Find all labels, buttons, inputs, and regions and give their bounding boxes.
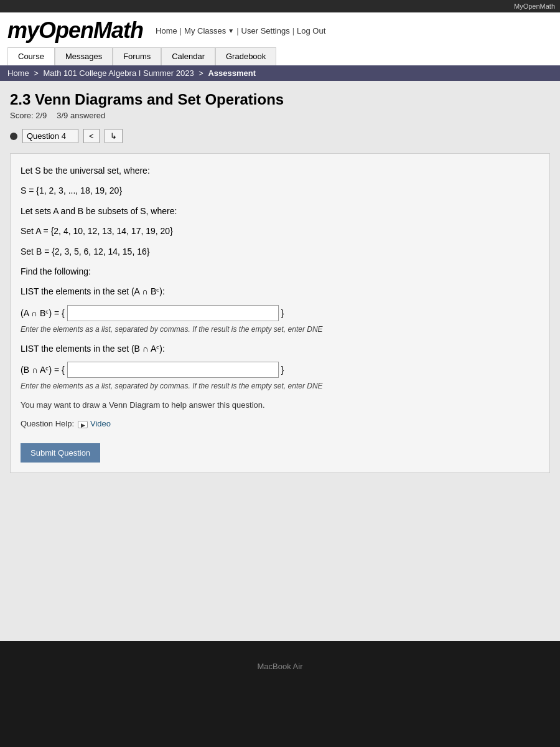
main-content: 2.3 Venn Diagrams and Set Operations Sco… xyxy=(0,81,560,641)
input2-suffix: } xyxy=(281,363,284,377)
input1-prefix: (A ∩ Bᶜ) = { xyxy=(21,306,65,320)
prev-question-button[interactable]: < xyxy=(83,129,100,143)
score-row: Score: 2/9 3/9 answered xyxy=(10,111,550,120)
list1-instruction: LIST the elements in the set (A ∩ Bᶜ): xyxy=(21,284,539,298)
submit-question-button[interactable]: Submit Question xyxy=(21,443,100,463)
tab-forums-label: Forums xyxy=(123,52,151,61)
logo-my: my xyxy=(7,17,39,43)
video-label: Video xyxy=(90,418,111,431)
venn-hint-text: You may want to draw a Venn Diagram to h… xyxy=(21,399,539,412)
tab-calendar[interactable]: Calendar xyxy=(161,47,215,65)
next-question-button[interactable]: ↳ xyxy=(105,129,123,143)
my-classes-link[interactable]: My Classes ▼ xyxy=(184,26,234,35)
tab-gradebook[interactable]: Gradebook xyxy=(215,47,276,65)
breadcrumb-current: Assessment xyxy=(208,68,256,78)
question-text-1: Let S be the universal set, where: xyxy=(21,166,150,176)
title-row: myOpenMath Home | My Classes ▼ | User Se… xyxy=(7,17,553,47)
tab-calendar-label: Calendar xyxy=(172,52,205,61)
top-navigation: Home | My Classes ▼ | User Settings | Lo… xyxy=(156,26,325,35)
input1-field[interactable] xyxy=(67,305,279,321)
breadcrumb-bar: Home > Math 101 College Algebra I Summer… xyxy=(0,65,560,81)
input1-suffix: } xyxy=(281,306,284,320)
helper1-text: Enter the elements as a list, separated … xyxy=(21,324,539,336)
question-text-2: S = {1, 2, 3, ..., 18, 19, 20} xyxy=(21,186,122,195)
list2-instruction: LIST the elements in the set (B ∩ Aᶜ): xyxy=(21,342,539,355)
question-intro-3: Let sets A and B be subsets of S, where: xyxy=(21,204,539,218)
macbook-label: MacBook Air xyxy=(253,657,308,676)
set-a-text: Set A = {2, 4, 10, 12, 13, 14, 17, 19, 2… xyxy=(21,224,539,238)
my-classes-dropdown-arrow: ▼ xyxy=(228,27,234,34)
nav-separator-1: | xyxy=(180,26,182,35)
tab-forums[interactable]: Forums xyxy=(113,47,161,65)
set-b-text: Set B = {2, 3, 5, 6, 12, 14, 15, 16} xyxy=(21,245,539,258)
nav-separator-2: | xyxy=(236,26,238,35)
home-link[interactable]: Home xyxy=(156,26,177,35)
input2-field[interactable] xyxy=(67,362,279,378)
tab-bar: Course Messages Forums Calendar Gradeboo… xyxy=(7,47,553,65)
question-intro-1: Let S be the universal set, where: xyxy=(21,164,539,177)
question-dot-indicator xyxy=(10,133,17,140)
question-help-row: Question Help: ▶ Video xyxy=(21,418,539,431)
input2-prefix: (B ∩ Aᶜ) = { xyxy=(21,363,65,377)
log-out-link[interactable]: Log Out xyxy=(297,26,325,35)
answered-label: 3/9 answered xyxy=(57,111,105,120)
user-settings-link[interactable]: User Settings xyxy=(241,26,290,35)
breadcrumb-course[interactable]: Math 101 College Algebra I Summer 2023 xyxy=(44,68,194,78)
score-label: Score: 2/9 xyxy=(10,111,47,120)
question-text-3: Let sets A and B be subsets of S, where: xyxy=(21,206,177,216)
video-icon: ▶ xyxy=(78,421,88,428)
tab-messages[interactable]: Messages xyxy=(55,47,113,65)
site-logo: myOpenMath xyxy=(7,17,143,44)
helper2-text: Enter the elements as a list, separated … xyxy=(21,380,539,392)
site-header: myOpenMath Home | My Classes ▼ | User Se… xyxy=(0,12,560,47)
tab-messages-label: Messages xyxy=(65,52,102,61)
question-selector[interactable]: Question 4 xyxy=(22,129,78,143)
nav-separator-3: | xyxy=(292,26,294,35)
breadcrumb-sep-1: > xyxy=(34,68,40,78)
tab-bar-wrapper: Course Messages Forums Calendar Gradeboo… xyxy=(0,47,560,65)
site-name-label: MyOpenMath xyxy=(514,2,555,10)
page-title: 2.3 Venn Diagrams and Set Operations xyxy=(10,91,550,108)
question-box: Let S be the universal set, where: S = {… xyxy=(10,153,550,473)
breadcrumb-sep-2: > xyxy=(198,68,205,78)
breadcrumb-home[interactable]: Home xyxy=(7,68,29,78)
tab-course-label: Course xyxy=(18,52,44,61)
tab-course[interactable]: Course xyxy=(7,47,55,65)
video-link[interactable]: ▶ Video xyxy=(78,418,111,431)
logo-rest: OpenMath xyxy=(39,17,143,43)
question-navigation: Question 4 < ↳ xyxy=(10,129,550,143)
find-following-text: Find the following: xyxy=(21,265,539,278)
input2-row: (B ∩ Aᶜ) = { } xyxy=(21,362,539,378)
bottom-bar: MacBook Air xyxy=(0,641,560,691)
question-intro-2: S = {1, 2, 3, ..., 18, 19, 20} xyxy=(21,184,539,197)
my-classes-label: My Classes xyxy=(184,26,226,35)
question-help-label: Question Help: xyxy=(21,418,74,431)
input1-row: (A ∩ Bᶜ) = { } xyxy=(21,305,539,321)
browser-top-bar: MyOpenMath xyxy=(0,0,560,12)
tab-gradebook-label: Gradebook xyxy=(226,52,266,61)
